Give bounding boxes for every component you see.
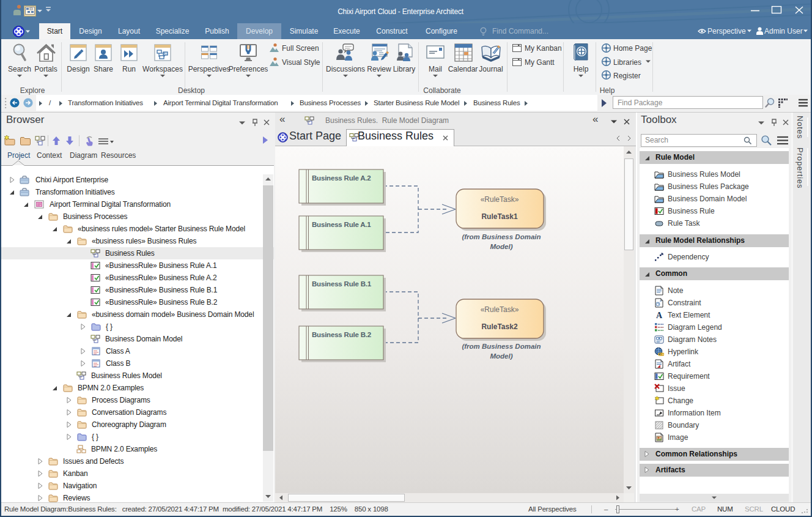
svg-text:RuleTask2: RuleTask2	[481, 322, 517, 331]
svg-text:RuleTask1: RuleTask1	[481, 212, 517, 221]
svg-text:Business Rule B.1: Business Rule B.1	[312, 280, 372, 288]
svg-text:(from Business Domain: (from Business Domain	[462, 343, 541, 350]
svg-text:Business Rule A.2: Business Rule A.2	[312, 174, 371, 182]
svg-text:«RuleTask»: «RuleTask»	[481, 305, 519, 314]
svg-text:(from Business Domain: (from Business Domain	[462, 233, 541, 240]
svg-text:Model): Model)	[490, 352, 512, 360]
svg-text:«RuleTask»: «RuleTask»	[481, 195, 519, 204]
svg-text:Business Rule B.2: Business Rule B.2	[312, 331, 371, 338]
svg-text:Business Rule A.1: Business Rule A.1	[312, 221, 371, 228]
svg-text:Model): Model)	[490, 243, 512, 250]
